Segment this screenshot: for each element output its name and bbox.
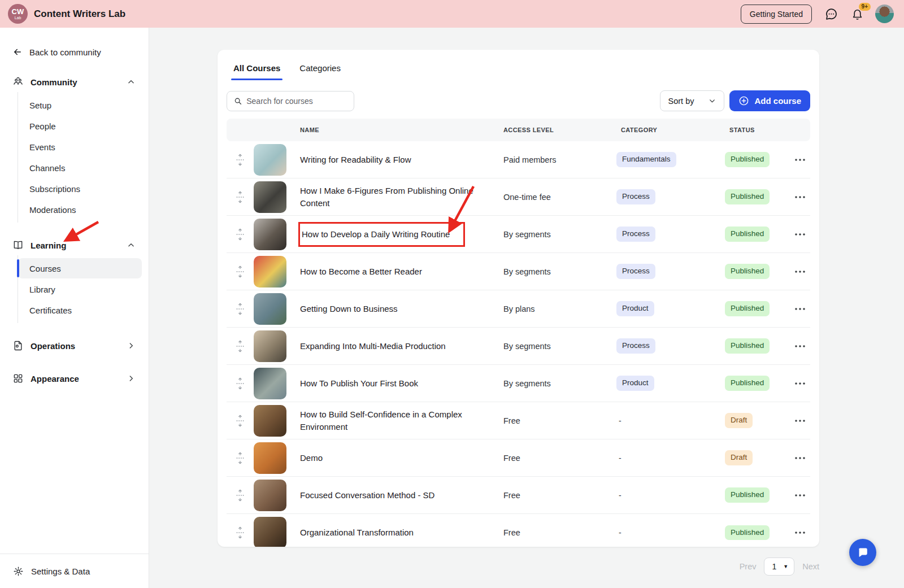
column-header-name: NAME bbox=[295, 127, 499, 133]
tab-categories[interactable]: Categories bbox=[299, 63, 341, 80]
next-page-button[interactable]: Next bbox=[802, 562, 819, 571]
user-avatar[interactable] bbox=[875, 5, 894, 23]
add-course-button[interactable]: Add course bbox=[729, 90, 810, 111]
category-empty: - bbox=[616, 491, 621, 500]
chat-bubble-icon bbox=[824, 7, 838, 21]
drag-handle[interactable] bbox=[227, 377, 254, 390]
sidebar-section-header-appearance[interactable]: Appearance bbox=[12, 368, 142, 389]
settings-and-data-link[interactable]: Settings & Data bbox=[0, 554, 149, 588]
table-header: NAMEACCESS LEVELCATEGORYSTATUS bbox=[227, 119, 810, 141]
row-actions-menu[interactable] bbox=[790, 158, 810, 162]
status-badge: Draft bbox=[725, 450, 753, 465]
drag-handle[interactable] bbox=[227, 526, 254, 539]
access-level: Free bbox=[499, 416, 616, 425]
category-empty: - bbox=[616, 454, 621, 463]
category-badge: Product bbox=[616, 376, 654, 390]
sidebar-item-channels[interactable]: Channels bbox=[18, 158, 142, 178]
sidebar-item-certificates[interactable]: Certificates bbox=[18, 300, 142, 320]
sidebar-item-library[interactable]: Library bbox=[18, 279, 142, 299]
table-row: Organizational TransformationFree-Publis… bbox=[227, 514, 810, 547]
drag-handle[interactable] bbox=[227, 340, 254, 352]
courses-table: NAMEACCESS LEVELCATEGORYSTATUS Writing f… bbox=[227, 119, 810, 547]
tab-all-courses[interactable]: All Courses bbox=[233, 63, 280, 80]
course-thumbnail bbox=[254, 256, 286, 288]
logo-subtext: Lab bbox=[15, 16, 21, 20]
drag-handle[interactable] bbox=[227, 228, 254, 241]
chevron-right-icon bbox=[127, 342, 135, 350]
category-badge: Process bbox=[616, 227, 655, 241]
status-badge: Published bbox=[725, 376, 770, 390]
back-to-community-label: Back to community bbox=[29, 47, 101, 57]
sidebar-section-header-community[interactable]: Community bbox=[12, 72, 142, 92]
community-logo[interactable]: CW Lab bbox=[8, 4, 28, 24]
course-name-link[interactable]: How I Make 6-Figures From Publishing Onl… bbox=[300, 186, 473, 208]
getting-started-button[interactable]: Getting Started bbox=[741, 5, 812, 24]
sidebar-item-events[interactable]: Events bbox=[18, 137, 142, 157]
course-thumbnail bbox=[254, 144, 286, 176]
row-actions-menu[interactable] bbox=[790, 270, 810, 273]
operations-icon bbox=[12, 340, 24, 351]
search-icon bbox=[234, 97, 242, 106]
sort-by-dropdown[interactable]: Sort by bbox=[660, 90, 725, 111]
drag-handle[interactable] bbox=[227, 265, 254, 278]
course-name-link[interactable]: How to Build Self-Confidence in a Comple… bbox=[300, 410, 462, 432]
table-row: How I Make 6-Figures From Publishing Onl… bbox=[227, 178, 810, 216]
course-name-link[interactable]: Getting Down to Business bbox=[300, 304, 398, 313]
sidebar-item-subscriptions[interactable]: Subscriptions bbox=[18, 178, 142, 199]
sidebar-section-label: Learning bbox=[31, 241, 66, 250]
sidebar-item-people[interactable]: People bbox=[18, 116, 142, 136]
row-actions-menu[interactable] bbox=[790, 345, 810, 348]
course-name-link[interactable]: How To Publish Your First Book bbox=[300, 378, 418, 388]
sidebar-section-learning: LearningCoursesLibraryCertificates bbox=[12, 235, 142, 323]
courses-toolbar: Sort by Add course bbox=[227, 90, 810, 111]
drag-handle[interactable] bbox=[227, 415, 254, 427]
status-badge: Published bbox=[725, 189, 770, 204]
pagination: Prev 1 ▼ Next bbox=[149, 557, 819, 576]
course-name-link[interactable]: Focused Conversation Method - SD bbox=[300, 490, 434, 500]
sidebar-section-community: CommunitySetupPeopleEventsChannelsSubscr… bbox=[12, 72, 142, 223]
row-actions-menu[interactable] bbox=[790, 307, 810, 311]
messages-button[interactable] bbox=[824, 7, 838, 21]
table-row: How To Publish Your First BookBy segment… bbox=[227, 365, 810, 402]
row-actions-menu[interactable] bbox=[790, 233, 810, 236]
row-actions-menu[interactable] bbox=[790, 382, 810, 385]
row-actions-menu[interactable] bbox=[790, 456, 810, 460]
learning-icon bbox=[12, 239, 24, 251]
course-name-link[interactable]: Demo bbox=[300, 453, 323, 463]
sidebar-section-header-operations[interactable]: Operations bbox=[12, 336, 142, 356]
row-actions-menu[interactable] bbox=[790, 195, 810, 199]
row-actions-menu[interactable] bbox=[790, 531, 810, 534]
search-input[interactable] bbox=[246, 97, 347, 106]
sidebar-item-courses[interactable]: Courses bbox=[18, 258, 142, 278]
course-thumbnail bbox=[254, 442, 286, 474]
sidebar-section-header-learning[interactable]: Learning bbox=[12, 235, 142, 255]
page-number-select[interactable]: 1 ▼ bbox=[764, 557, 794, 576]
category-badge: Process bbox=[616, 338, 655, 353]
back-to-community-link[interactable]: Back to community bbox=[12, 45, 142, 59]
notifications-button[interactable]: 9+ bbox=[850, 7, 864, 21]
sidebar-item-setup[interactable]: Setup bbox=[18, 95, 142, 115]
drag-handle[interactable] bbox=[227, 303, 254, 315]
course-thumbnail bbox=[254, 219, 286, 250]
course-name-link[interactable]: Expanding Into Multi-Media Production bbox=[300, 341, 446, 351]
back-arrow-icon bbox=[12, 47, 23, 57]
drag-handle[interactable] bbox=[227, 452, 254, 464]
table-row: Focused Conversation Method - SDFree-Pub… bbox=[227, 477, 810, 514]
category-badge: Product bbox=[616, 301, 654, 316]
drag-handle[interactable] bbox=[227, 154, 254, 166]
course-name-link[interactable]: Organizational Transformation bbox=[300, 528, 414, 537]
course-thumbnail bbox=[254, 181, 286, 213]
course-name-link[interactable]: How to Develop a Daily Writing Routine bbox=[298, 222, 465, 247]
access-level: Paid members bbox=[499, 155, 616, 164]
course-name-link[interactable]: Writing for Readability & Flow bbox=[300, 155, 411, 164]
sidebar-item-moderations[interactable]: Moderations bbox=[18, 199, 142, 220]
gear-icon bbox=[12, 565, 24, 577]
row-actions-menu[interactable] bbox=[790, 494, 810, 497]
course-name-link[interactable]: How to Become a Better Reader bbox=[300, 267, 422, 276]
drag-handle[interactable] bbox=[227, 191, 254, 203]
status-badge: Draft bbox=[725, 413, 753, 428]
row-actions-menu[interactable] bbox=[790, 419, 810, 423]
prev-page-button[interactable]: Prev bbox=[740, 562, 757, 571]
drag-handle[interactable] bbox=[227, 489, 254, 502]
chat-widget-button[interactable] bbox=[849, 539, 876, 566]
